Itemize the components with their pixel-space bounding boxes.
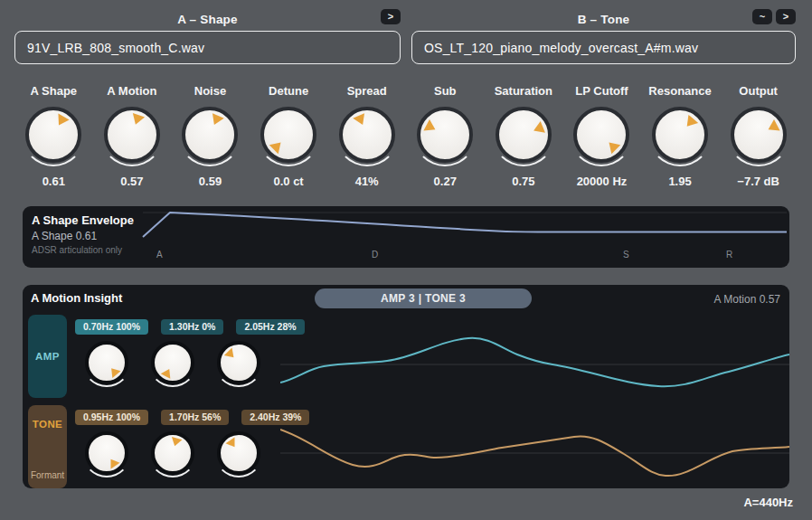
tone-tab-label: TONE — [33, 419, 62, 430]
knob-pointer-rotor — [412, 101, 478, 167]
knob-label: Output — [719, 84, 798, 98]
knob-dial[interactable] — [104, 107, 160, 163]
knob-dial[interactable] — [652, 107, 708, 163]
amp-tone-mode-pill[interactable]: AMP 3 | TONE 3 — [315, 288, 532, 308]
macro-knob-cell: Sub 0.27 — [406, 84, 485, 188]
knob-dial[interactable] — [339, 107, 395, 163]
deck-a-next-button[interactable]: > — [381, 9, 401, 24]
macro-knob-cell: Noise 0.59 — [171, 84, 250, 188]
knob-dial[interactable] — [25, 107, 81, 163]
lfo-knob-dial[interactable] — [151, 341, 194, 384]
amp-tab-label: AMP — [35, 351, 60, 362]
knob-dial[interactable] — [573, 107, 629, 163]
amp-lfo-knobs — [85, 341, 260, 384]
knob-label: A Shape — [14, 84, 93, 98]
knob-value: 0.61 — [14, 175, 93, 188]
amp-lfo-badge-1[interactable]: 0.70Hz 100% — [75, 319, 148, 335]
macro-knob-cell: Spread 41% — [327, 84, 406, 188]
knob-pointer-icon — [605, 138, 621, 155]
amp-lfo-badges: 0.70Hz 100% 1.30Hz 0% 2.05Hz 28% — [75, 319, 305, 335]
tab-amp[interactable]: AMP — [28, 315, 67, 398]
knob-dial[interactable] — [731, 107, 787, 163]
stage-label-sustain: S — [623, 250, 629, 260]
macro-knob-cell: LP Cutoff 20000 Hz — [562, 84, 641, 188]
deck-a-file-name: 91V_LRB_808_smooth_C.wav — [27, 41, 204, 55]
tuning-reference: A=440Hz — [743, 496, 793, 509]
knob-label: Sub — [406, 84, 485, 98]
amp-lfo-badge-2[interactable]: 1.30Hz 0% — [161, 319, 223, 335]
tone-lfo-badge-1[interactable]: 0.95Hz 100% — [75, 410, 148, 425]
lfo-knob-dial[interactable] — [217, 341, 260, 384]
knob-pointer-rotor — [178, 102, 242, 166]
macro-knob-row: A Shape 0.61 A Motion 0.57 Noise 0.59 De… — [14, 84, 798, 188]
tone-motion-waveform — [280, 407, 789, 493]
knob-pointer-rotor — [567, 100, 636, 169]
knob-pointer-rotor — [81, 428, 132, 478]
knob-label: Noise — [171, 84, 250, 98]
deck-a-header: A – Shape > — [14, 9, 401, 29]
knob-dial[interactable] — [496, 107, 552, 163]
knob-pointer-rotor — [148, 338, 197, 387]
knob-dial[interactable] — [182, 107, 238, 163]
envelope-subtitle: A Shape 0.61 — [32, 230, 97, 242]
macro-knob-cell: Resonance 1.95 — [641, 84, 720, 188]
knob-pointer-rotor — [725, 101, 791, 167]
deck-b-file-field[interactable]: OS_LT_120_piano_melody_overcast_A#m.wav — [411, 31, 796, 64]
lfo-knob-dial[interactable] — [85, 431, 128, 475]
knob-pointer-icon — [161, 366, 175, 379]
macro-knob-cell: Detune 0.0 ct — [250, 84, 328, 188]
deck-b-next-button[interactable]: > — [776, 9, 796, 24]
knob-pointer-icon — [53, 114, 70, 129]
knob-pointer-rotor — [213, 428, 264, 478]
knob-value: 41% — [327, 175, 406, 188]
knob-value: 20000 Hz — [562, 175, 641, 188]
knob-pointer-icon — [682, 115, 698, 130]
deck-b-file-name: OS_LT_120_piano_melody_overcast_A#m.wav — [424, 41, 698, 55]
lfo-knob-dial[interactable] — [217, 431, 260, 475]
macro-knob-cell: A Motion 0.57 — [93, 84, 172, 188]
knob-label: Resonance — [641, 84, 720, 98]
knob-label: Spread — [327, 84, 406, 98]
knob-pointer-icon — [765, 119, 779, 136]
knob-pointer-icon — [424, 119, 439, 136]
knob-pointer-icon — [353, 113, 368, 128]
knob-dial[interactable] — [260, 107, 316, 163]
deck-a-title: A – Shape — [177, 13, 238, 26]
stage-label-release: R — [726, 250, 732, 260]
envelope-note: ADSR articulation only — [32, 245, 122, 255]
knob-value: 0.59 — [171, 175, 250, 188]
plugin-window: A – Shape > 91V_LRB_808_smooth_C.wav B –… — [0, 0, 812, 520]
stage-label-decay: D — [372, 250, 378, 260]
knob-pointer-icon — [531, 121, 544, 137]
knob-pointer-rotor — [101, 104, 164, 166]
amp-motion-waveform — [280, 317, 789, 402]
lfo-knob-dial[interactable] — [85, 341, 128, 384]
insight-title: A Motion Insight — [31, 291, 122, 305]
knob-pointer-icon — [226, 438, 240, 450]
knob-pointer-icon — [106, 456, 119, 468]
knob-dial[interactable] — [417, 107, 473, 163]
knob-pointer-rotor — [335, 102, 399, 166]
tab-tone[interactable]: TONE Formant — [28, 405, 67, 488]
tone-tab-sub-label: Formant — [31, 470, 64, 480]
knob-value: 1.95 — [641, 175, 720, 188]
stage-label-attack: A — [156, 250, 163, 260]
macro-knob-cell: Saturation 0.75 — [485, 84, 563, 188]
knob-pointer-rotor — [213, 337, 265, 389]
motion-insight-panel: A Motion Insight AMP 3 | TONE 3 A Motion… — [23, 285, 789, 488]
knob-pointer-icon — [209, 113, 224, 128]
envelope-plot — [23, 206, 789, 268]
deck-a-file-field[interactable]: 91V_LRB_808_smooth_C.wav — [14, 31, 401, 64]
tone-lfo-badge-2[interactable]: 1.70Hz 56% — [161, 410, 229, 425]
lfo-knob-dial[interactable] — [151, 431, 194, 475]
knob-value: 0.0 ct — [250, 175, 328, 188]
knob-value: 0.27 — [406, 175, 485, 188]
shape-envelope-panel: A Shape Envelope A Shape 0.61 ADSR artic… — [23, 206, 789, 268]
deck-b-random-button[interactable]: ~ — [752, 9, 772, 24]
envelope-title: A Shape Envelope — [32, 213, 134, 227]
knob-pointer-icon — [269, 138, 286, 155]
knob-value: 0.75 — [485, 175, 563, 188]
knob-pointer-icon — [169, 437, 182, 448]
tone-lfo-knobs — [85, 431, 260, 475]
knob-label: A Motion — [93, 84, 172, 98]
